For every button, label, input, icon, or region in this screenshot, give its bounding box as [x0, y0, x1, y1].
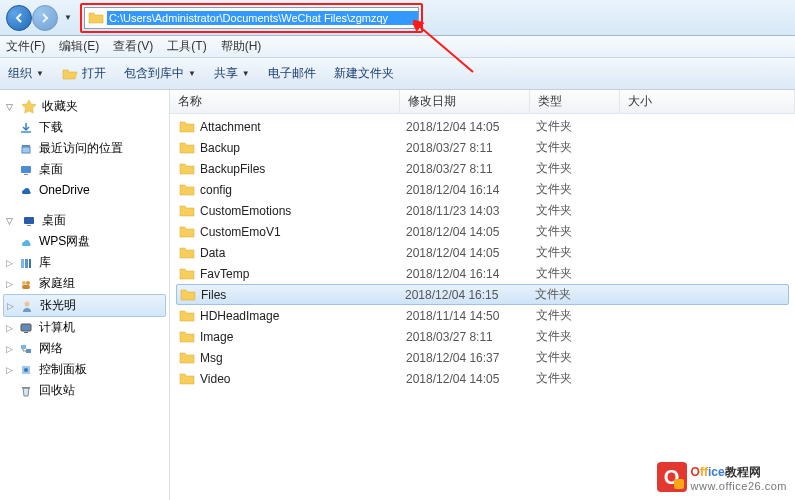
- sidebar-header-desktop[interactable]: ▽ 桌面: [0, 210, 169, 231]
- svg-rect-4: [21, 166, 31, 173]
- file-date: 2018/12/04 16:14: [406, 183, 536, 197]
- sidebar-item-downloads[interactable]: 下载: [0, 117, 169, 138]
- address-bar[interactable]: C:\Users\Administrator\Documents\WeChat …: [84, 7, 419, 29]
- svg-rect-18: [21, 345, 26, 349]
- svg-point-12: [26, 281, 30, 285]
- library-icon: [18, 255, 34, 271]
- file-date: 2018/11/23 14:03: [406, 204, 536, 218]
- desktop-icon: [21, 213, 37, 229]
- address-path[interactable]: C:\Users\Administrator\Documents\WeChat …: [107, 11, 418, 25]
- menu-view[interactable]: 查看(V): [113, 38, 153, 55]
- file-name: Msg: [200, 351, 406, 365]
- recycle-icon: [18, 383, 34, 399]
- file-date: 2018/12/04 14:05: [406, 372, 536, 386]
- file-name: Backup: [200, 141, 406, 155]
- sidebar-item-user[interactable]: ▷ 张光明: [3, 294, 166, 317]
- file-type: 文件夹: [536, 265, 626, 282]
- sidebar-item-computer[interactable]: ▷ 计算机: [0, 317, 169, 338]
- back-button[interactable]: [6, 5, 32, 31]
- file-type: 文件夹: [536, 244, 626, 261]
- sidebar-favorites: ▽ 收藏夹 下载 最近访问的位置 桌面 OneDrive: [0, 96, 169, 200]
- file-row[interactable]: config2018/12/04 16:14文件夹: [170, 179, 795, 200]
- watermark-logo-icon: O: [657, 462, 687, 492]
- sidebar-item-library[interactable]: ▷ 库: [0, 252, 169, 273]
- chevron-right-icon: ▷: [6, 344, 13, 354]
- column-type[interactable]: 类型: [530, 90, 620, 113]
- column-size[interactable]: 大小: [620, 90, 795, 113]
- sidebar-item-homegroup[interactable]: ▷ 家庭组: [0, 273, 169, 294]
- file-name: Attachment: [200, 120, 406, 134]
- sidebar-item-recycle[interactable]: 回收站: [0, 380, 169, 401]
- file-row[interactable]: FavTemp2018/12/04 16:14文件夹: [170, 263, 795, 284]
- file-row[interactable]: Data2018/12/04 14:05文件夹: [170, 242, 795, 263]
- sidebar-item-network[interactable]: ▷ 网络: [0, 338, 169, 359]
- chevron-down-icon: ▽: [6, 102, 16, 112]
- svg-point-21: [24, 368, 28, 372]
- sidebar-item-control-panel[interactable]: ▷ 控制面板: [0, 359, 169, 380]
- file-row[interactable]: Msg2018/12/04 16:37文件夹: [170, 347, 795, 368]
- file-row[interactable]: BackupFiles2018/03/27 8:11文件夹: [170, 158, 795, 179]
- file-row[interactable]: Video2018/12/04 14:05文件夹: [170, 368, 795, 389]
- svg-rect-16: [22, 325, 30, 330]
- file-row[interactable]: Image2018/03/27 8:11文件夹: [170, 326, 795, 347]
- new-folder-button[interactable]: 新建文件夹: [334, 65, 394, 82]
- chevron-right-icon: ▷: [6, 365, 13, 375]
- organize-button[interactable]: 组织▼: [8, 65, 44, 82]
- file-type: 文件夹: [536, 370, 626, 387]
- file-row[interactable]: HDHeadImage2018/11/14 14:50文件夹: [170, 305, 795, 326]
- file-date: 2018/12/04 14:05: [406, 225, 536, 239]
- cloud-icon: [18, 234, 34, 250]
- sidebar-item-onedrive[interactable]: OneDrive: [0, 180, 169, 200]
- file-name: CustomEmoV1: [200, 225, 406, 239]
- forward-button[interactable]: [32, 5, 58, 31]
- svg-rect-8: [21, 259, 24, 268]
- file-date: 2018/11/14 14:50: [406, 309, 536, 323]
- control-panel-icon: [18, 362, 34, 378]
- file-date: 2018/03/27 8:11: [406, 141, 536, 155]
- menu-edit[interactable]: 编辑(E): [59, 38, 99, 55]
- share-button[interactable]: 共享▼: [214, 65, 250, 82]
- svg-rect-10: [29, 259, 31, 268]
- file-name: HDHeadImage: [200, 309, 406, 323]
- file-date: 2018/12/04 14:05: [406, 120, 536, 134]
- onedrive-icon: [18, 182, 34, 198]
- sidebar-header-favorites[interactable]: ▽ 收藏夹: [0, 96, 169, 117]
- file-date: 2018/03/27 8:11: [406, 162, 536, 176]
- star-icon: [21, 99, 37, 115]
- file-row[interactable]: Backup2018/03/27 8:11文件夹: [170, 137, 795, 158]
- menu-file[interactable]: 文件(F): [6, 38, 45, 55]
- svg-rect-1: [21, 131, 31, 133]
- file-name: FavTemp: [200, 267, 406, 281]
- chevron-down-icon: ▽: [6, 216, 16, 226]
- titlebar: ▼ C:\Users\Administrator\Documents\WeCha…: [0, 0, 795, 36]
- recent-icon: [18, 141, 34, 157]
- column-name[interactable]: 名称: [170, 90, 400, 113]
- svg-rect-17: [24, 332, 28, 333]
- file-row[interactable]: Files2018/12/04 16:15文件夹: [176, 284, 789, 305]
- file-name: Files: [201, 288, 405, 302]
- file-row[interactable]: CustomEmoV12018/12/04 14:05文件夹: [170, 221, 795, 242]
- column-headers: 名称 修改日期 类型 大小: [170, 90, 795, 114]
- menu-tools[interactable]: 工具(T): [167, 38, 206, 55]
- sidebar-desktop: ▽ 桌面 WPS网盘 ▷ 库 ▷ 家庭组 ▷ 张光明: [0, 210, 169, 401]
- sidebar-item-wps[interactable]: WPS网盘: [0, 231, 169, 252]
- file-type: 文件夹: [536, 181, 626, 198]
- main-area: ▽ 收藏夹 下载 最近访问的位置 桌面 OneDrive: [0, 90, 795, 500]
- chevron-down-icon: ▼: [188, 69, 196, 78]
- address-bar-highlight: C:\Users\Administrator\Documents\WeChat …: [80, 3, 423, 33]
- open-button[interactable]: 打开: [62, 65, 106, 82]
- menubar: 文件(F) 编辑(E) 查看(V) 工具(T) 帮助(H): [0, 36, 795, 58]
- sidebar-item-recent[interactable]: 最近访问的位置: [0, 138, 169, 159]
- sidebar: ▽ 收藏夹 下载 最近访问的位置 桌面 OneDrive: [0, 90, 170, 500]
- menu-help[interactable]: 帮助(H): [221, 38, 262, 55]
- file-row[interactable]: CustomEmotions2018/11/23 14:03文件夹: [170, 200, 795, 221]
- email-button[interactable]: 电子邮件: [268, 65, 316, 82]
- file-type: 文件夹: [536, 118, 626, 135]
- desktop-icon: [18, 162, 34, 178]
- file-row[interactable]: Attachment2018/12/04 14:05文件夹: [170, 116, 795, 137]
- sidebar-item-desktop-fav[interactable]: 桌面: [0, 159, 169, 180]
- include-button[interactable]: 包含到库中▼: [124, 65, 196, 82]
- chevron-down-icon[interactable]: ▼: [64, 13, 72, 22]
- column-date[interactable]: 修改日期: [400, 90, 530, 113]
- svg-rect-22: [22, 387, 30, 389]
